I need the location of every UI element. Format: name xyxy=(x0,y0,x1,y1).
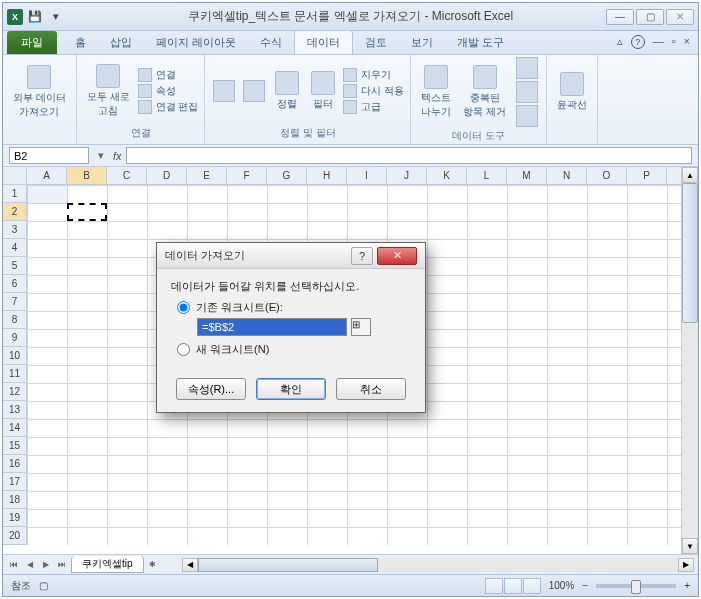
scroll-down-icon[interactable]: ▼ xyxy=(682,538,698,554)
properties-button[interactable]: 속성(R)... xyxy=(176,378,246,400)
row-header[interactable]: 17 xyxy=(3,473,26,491)
tab-developer[interactable]: 개발 도구 xyxy=(445,31,516,54)
col-header[interactable]: B xyxy=(67,167,107,184)
scroll-thumb[interactable] xyxy=(682,183,698,323)
col-header[interactable]: C xyxy=(107,167,147,184)
consolidate-icon[interactable] xyxy=(516,81,538,103)
dialog-help-button[interactable]: ? xyxy=(351,247,373,265)
range-selector-button[interactable]: ⊞ xyxy=(351,318,371,336)
advanced-button[interactable]: 고급 xyxy=(343,100,404,114)
tab-file[interactable]: 파일 xyxy=(7,31,57,54)
radio-new-sheet[interactable]: 새 워크시트(N) xyxy=(177,342,411,357)
tab-last-icon[interactable]: ⏭ xyxy=(55,558,69,572)
hscroll-thumb[interactable] xyxy=(198,558,378,572)
row-header[interactable]: 20 xyxy=(3,527,26,545)
tab-formulas[interactable]: 수식 xyxy=(248,31,294,54)
minimize-button[interactable]: — xyxy=(606,9,634,25)
col-header[interactable]: G xyxy=(267,167,307,184)
col-header[interactable]: I xyxy=(347,167,387,184)
data-validation-icon[interactable] xyxy=(516,57,538,79)
sort-button[interactable]: 정렬 xyxy=(271,69,303,113)
horizontal-scrollbar[interactable]: ◀ ▶ xyxy=(182,558,694,572)
row-header[interactable]: 8 xyxy=(3,311,26,329)
qat-dropdown-icon[interactable]: ▾ xyxy=(47,8,65,26)
doc-close-icon[interactable]: × xyxy=(684,35,690,49)
properties-button[interactable]: 속성 xyxy=(138,84,199,98)
edit-links-button[interactable]: 연결 편집 xyxy=(138,100,199,114)
maximize-button[interactable]: ▢ xyxy=(636,9,664,25)
tab-prev-icon[interactable]: ◀ xyxy=(23,558,37,572)
row-header[interactable]: 9 xyxy=(3,329,26,347)
filter-button[interactable]: 필터 xyxy=(307,69,339,113)
whatif-icon[interactable] xyxy=(516,105,538,127)
col-header[interactable]: N xyxy=(547,167,587,184)
dialog-titlebar[interactable]: 데이터 가져오기 ? ✕ xyxy=(157,243,425,269)
row-header[interactable]: 14 xyxy=(3,419,26,437)
col-header[interactable]: L xyxy=(467,167,507,184)
zoom-out-button[interactable]: − xyxy=(582,580,588,591)
vertical-scrollbar[interactable]: ▲ ▼ xyxy=(681,167,698,554)
row-header[interactable]: 2 xyxy=(3,203,26,221)
select-all-corner[interactable] xyxy=(3,167,27,185)
save-icon[interactable]: 💾 xyxy=(26,8,44,26)
row-header[interactable]: 12 xyxy=(3,383,26,401)
ribbon-minimize-icon[interactable]: ▵ xyxy=(617,35,623,49)
new-sheet-icon[interactable]: ✱ xyxy=(146,558,160,572)
tab-insert[interactable]: 삽입 xyxy=(98,31,144,54)
row-header[interactable]: 4 xyxy=(3,239,26,257)
doc-restore-icon[interactable]: ▫ xyxy=(672,35,676,49)
col-header[interactable]: P xyxy=(627,167,667,184)
sheet-tab[interactable]: 쿠키엑셀tip xyxy=(71,556,144,573)
cell-reference-input[interactable] xyxy=(197,318,347,336)
tab-review[interactable]: 검토 xyxy=(353,31,399,54)
row-header[interactable]: 3 xyxy=(3,221,26,239)
zoom-in-button[interactable]: + xyxy=(684,580,690,591)
zoom-slider[interactable] xyxy=(596,584,676,588)
tab-first-icon[interactable]: ⏮ xyxy=(7,558,21,572)
name-box[interactable]: B2 xyxy=(9,147,89,164)
doc-minimize-icon[interactable]: — xyxy=(653,35,664,49)
col-header[interactable]: J xyxy=(387,167,427,184)
row-header[interactable]: 11 xyxy=(3,365,26,383)
row-header[interactable]: 10 xyxy=(3,347,26,365)
row-header[interactable]: 18 xyxy=(3,491,26,509)
page-break-view-button[interactable] xyxy=(523,578,541,594)
close-button[interactable]: ✕ xyxy=(666,9,694,25)
dialog-close-button[interactable]: ✕ xyxy=(377,247,417,265)
ok-button[interactable]: 확인 xyxy=(256,378,326,400)
scroll-right-icon[interactable]: ▶ xyxy=(678,558,694,572)
connections-button[interactable]: 연결 xyxy=(138,68,199,82)
sort-asc-icon[interactable] xyxy=(213,80,235,102)
row-header[interactable]: 13 xyxy=(3,401,26,419)
refresh-all-button[interactable]: 모두 새로 고침 xyxy=(83,62,134,120)
col-header[interactable]: K xyxy=(427,167,467,184)
row-header[interactable]: 6 xyxy=(3,275,26,293)
sort-desc-icon[interactable] xyxy=(243,80,265,102)
scroll-left-icon[interactable]: ◀ xyxy=(182,558,198,572)
radio-new-input[interactable] xyxy=(177,343,190,356)
row-header[interactable]: 1 xyxy=(3,185,26,203)
fx-icon[interactable]: fx xyxy=(113,150,122,162)
tab-data[interactable]: 데이터 xyxy=(294,30,353,54)
page-layout-view-button[interactable] xyxy=(504,578,522,594)
name-box-dropdown-icon[interactable]: ▾ xyxy=(93,149,109,162)
reapply-button[interactable]: 다시 적용 xyxy=(343,84,404,98)
col-header[interactable]: A xyxy=(27,167,67,184)
tab-view[interactable]: 보기 xyxy=(399,31,445,54)
col-header[interactable]: D xyxy=(147,167,187,184)
cell-a1[interactable] xyxy=(27,185,67,203)
row-header[interactable]: 7 xyxy=(3,293,26,311)
clear-filter-button[interactable]: 지우기 xyxy=(343,68,404,82)
get-external-data-button[interactable]: 외부 데이터 가져오기 xyxy=(9,63,70,121)
text-to-columns-button[interactable]: 텍스트 나누기 xyxy=(417,63,455,121)
tab-home[interactable]: 홈 xyxy=(63,31,98,54)
col-header[interactable]: F xyxy=(227,167,267,184)
radio-existing-input[interactable] xyxy=(177,301,190,314)
formula-input[interactable] xyxy=(126,147,692,164)
row-header[interactable]: 19 xyxy=(3,509,26,527)
zoom-level[interactable]: 100% xyxy=(549,580,575,591)
row-header[interactable]: 5 xyxy=(3,257,26,275)
scroll-up-icon[interactable]: ▲ xyxy=(682,167,698,183)
col-header[interactable]: O xyxy=(587,167,627,184)
normal-view-button[interactable] xyxy=(485,578,503,594)
